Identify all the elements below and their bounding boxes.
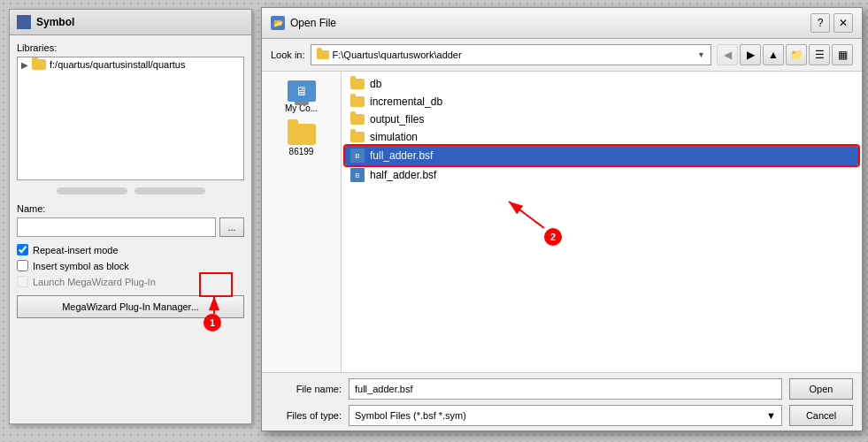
back-button[interactable]: ◀ (717, 44, 738, 65)
dialog-content: 🖥 My Co... 86199 db incremental_db (262, 72, 862, 372)
folder-icon (32, 59, 46, 70)
sidebar-86199-label: 86199 (289, 147, 314, 156)
folder-icon-db (350, 79, 365, 89)
sidebar-folder-icon (288, 124, 316, 145)
combo-arrow-icon: ▼ (697, 50, 705, 59)
up-button[interactable]: ▲ (763, 44, 784, 65)
folder-icon-simulation (350, 132, 365, 142)
toolbar-nav-btns: ◀ ▶ ▲ 📁 ☰ ▦ (717, 44, 853, 65)
look-in-combo[interactable]: F:\Quartus\quartuswork\adder ▼ (311, 44, 711, 65)
symbol-panel-body: Libraries: ▶ f:/quartus/quartusinstall/q… (10, 35, 251, 325)
filetype-arrow: ▼ (766, 410, 776, 421)
dialog-toolbar: Look in: F:\Quartus\quartuswork\adder ▼ … (262, 39, 862, 72)
file-name-simulation: simulation (370, 131, 418, 143)
file-item-half-adder-bsf[interactable]: B half_adder.bsf (345, 165, 858, 185)
dialog-title-text: Open File (290, 17, 336, 29)
insert-as-block-label: Insert symbol as block (33, 261, 129, 271)
file-name-db: db (370, 78, 381, 90)
dialog-title-left: 📂 Open File (271, 16, 336, 30)
cancel-button[interactable]: Cancel (789, 405, 853, 426)
insert-as-block-checkbox[interactable] (17, 260, 28, 271)
launch-megawizard-row: Launch MegaWizard Plug-In (17, 276, 244, 287)
open-file-dialog: 📂 Open File ? ✕ Look in: F:\Quartus\quar… (261, 7, 863, 431)
filetype-label: Files of type: (271, 410, 342, 421)
name-label: Name: (17, 203, 244, 214)
sidebar-item-mycomputer[interactable]: 🖥 My Co... (265, 75, 337, 118)
folder-icon-incremental-db (350, 96, 365, 107)
launch-megawizard-checkbox (17, 276, 28, 287)
symbol-panel-titlebar: Symbol (10, 10, 251, 35)
dialog-sidebar: 🖥 My Co... 86199 (262, 72, 342, 372)
dialog-bottom: File name: Open Files of type: Symbol Fi… (262, 372, 862, 437)
libraries-label: Libraries: (17, 42, 244, 53)
insert-as-block-row: Insert symbol as block (17, 260, 244, 271)
view-list-button[interactable]: ▦ (832, 44, 853, 65)
tree-arrow: ▶ (21, 60, 28, 70)
look-in-label: Look in: (271, 50, 305, 60)
scrollbar-v[interactable] (134, 187, 205, 194)
filetype-value: Symbol Files (*.bsf *.sym) (355, 410, 466, 421)
file-item-simulation[interactable]: simulation (345, 128, 858, 146)
sidebar-item-86199[interactable]: 86199 (265, 118, 337, 162)
filetype-row: Files of type: Symbol Files (*.bsf *.sym… (271, 405, 853, 426)
repeat-insert-row: Repeat-insert mode (17, 244, 244, 255)
repeat-insert-label: Repeat-insert mode (33, 245, 119, 255)
file-name-half-adder-bsf: half_adder.bsf (370, 169, 436, 181)
file-name-output-files: output_files (370, 113, 424, 126)
file-name-full-adder-bsf: full_adder.bsf (370, 149, 433, 162)
megawizard-manager-button[interactable]: MegaWizard Plug-In Manager... (17, 295, 244, 318)
dialog-icon: 📂 (271, 16, 285, 30)
folder-icon-output-files (350, 114, 365, 125)
scrollbar-h[interactable] (57, 187, 127, 194)
file-item-output-files[interactable]: output_files (345, 110, 858, 128)
open-button[interactable]: Open (789, 378, 853, 400)
view-details-button[interactable]: ☰ (809, 44, 830, 65)
dialog-title-buttons: ? ✕ (810, 13, 853, 33)
close-button[interactable]: ✕ (833, 13, 853, 33)
launch-megawizard-label: Launch MegaWizard Plug-In (33, 277, 156, 287)
filename-label: File name: (271, 384, 342, 394)
dialog-titlebar: 📂 Open File ? ✕ (262, 8, 862, 39)
path-combo-text: F:\Quartus\quartuswork\adder (317, 50, 462, 60)
scrollbars-row (17, 186, 244, 196)
file-item-full-adder-bsf[interactable]: B full_adder.bsf (345, 146, 858, 165)
symbol-panel: Symbol Libraries: ▶ f:/quartus/quartusin… (9, 9, 252, 424)
filename-row: File name: Open (271, 378, 853, 400)
file-list[interactable]: db incremental_db output_files simulatio… (342, 72, 862, 372)
new-folder-button[interactable]: 📁 (786, 44, 807, 65)
symbol-panel-title: Symbol (36, 16, 74, 28)
name-section: Name: (17, 203, 244, 214)
filetype-select[interactable]: Symbol Files (*.bsf *.sym) ▼ (349, 405, 782, 426)
help-button[interactable]: ? (810, 13, 830, 33)
tree-label: f:/quartus/quartusinstall/quartus (50, 59, 185, 70)
name-input-row: ... (17, 217, 244, 237)
file-item-incremental-db[interactable]: incremental_db (345, 93, 858, 110)
file-item-db[interactable]: db (345, 75, 858, 93)
repeat-insert-checkbox[interactable] (17, 244, 28, 255)
browse-button[interactable]: ... (219, 217, 244, 237)
library-tree[interactable]: ▶ f:/quartus/quartusinstall/quartus (17, 57, 244, 180)
tree-item-quartus[interactable]: ▶ f:/quartus/quartusinstall/quartus (18, 57, 243, 72)
computer-icon: 🖥 (288, 80, 316, 102)
path-folder-icon (317, 50, 329, 59)
filename-input[interactable] (349, 378, 782, 400)
forward-button[interactable]: ▶ (740, 44, 761, 65)
bsf-icon-full-adder: B (350, 149, 365, 163)
file-name-incremental-db: incremental_db (370, 95, 442, 108)
name-input[interactable] (17, 217, 216, 237)
bsf-icon-half-adder: B (350, 168, 365, 182)
symbol-panel-icon (17, 15, 31, 29)
